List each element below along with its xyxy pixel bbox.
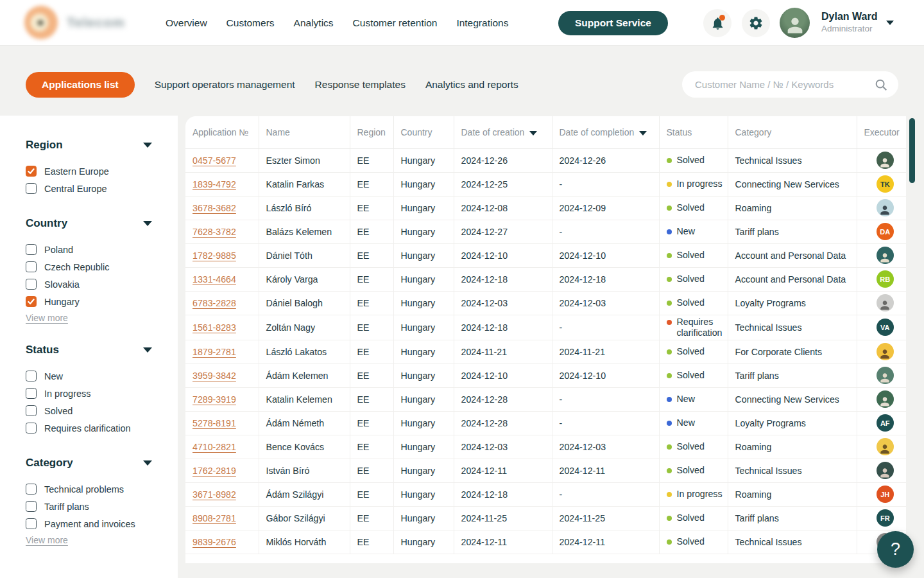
application-link[interactable]: 1879-2781 <box>193 347 236 357</box>
chevron-down-icon[interactable] <box>886 21 894 25</box>
cell-date-of-completion-text: 2024-12-09 <box>560 203 606 213</box>
table-row: 1762-2819István BíróEEHungary2024-12-112… <box>185 459 906 482</box>
category-label: Tariff plans <box>735 227 779 237</box>
filter-option-payment-and-invoices[interactable]: Payment and invoices <box>26 515 152 532</box>
executor-avatar: FR <box>877 509 894 527</box>
checkbox[interactable] <box>26 166 37 177</box>
filter-option-eastern-europe[interactable]: Eastern Europe <box>26 162 152 180</box>
search-icon[interactable] <box>874 78 888 92</box>
cell-region-text: EE <box>357 274 370 285</box>
help-button[interactable]: ? <box>877 531 914 568</box>
chevron-down-icon[interactable] <box>143 460 152 466</box>
executor-initials: AF <box>880 419 890 427</box>
table-scrollbar-thumb[interactable] <box>909 118 915 183</box>
filter-option-new[interactable]: New <box>26 367 152 385</box>
status-dot <box>667 158 672 163</box>
application-link[interactable]: 1331-4664 <box>193 274 236 285</box>
tab-analytics-and-reports[interactable]: Analytics and reports <box>425 79 518 91</box>
application-link[interactable]: 0457-5677 <box>193 155 236 166</box>
checkbox[interactable] <box>26 371 37 381</box>
filter-option-poland[interactable]: Poland <box>26 241 152 258</box>
table-row: 7628-3782Balázs KelemenEEHungary2024-12-… <box>185 220 906 243</box>
cell-name: László Bíró <box>259 196 350 220</box>
cell-date-of-completion: - <box>552 220 659 243</box>
search-input[interactable] <box>695 79 874 90</box>
filter-option-central-europe[interactable]: Central Europe <box>26 180 152 197</box>
application-link[interactable]: 7628-3782 <box>193 227 236 237</box>
filter-option-czech-republic[interactable]: Czech Republic <box>26 258 152 276</box>
category-label: Account and Personal Data <box>735 274 846 285</box>
checkbox[interactable] <box>26 388 37 399</box>
application-link[interactable]: 3671-8982 <box>193 489 236 500</box>
nav-item-customers[interactable]: Customers <box>227 17 275 29</box>
view-more-link[interactable]: View more <box>26 535 68 545</box>
app-logo[interactable]: Telecom <box>24 6 125 39</box>
cell-date-of-creation-text: 2024-12-25 <box>461 179 508 189</box>
notifications-button[interactable] <box>703 9 732 37</box>
checkbox[interactable] <box>26 501 37 512</box>
cell-date-of-creation-text: 2024-12-11 <box>461 537 508 547</box>
filter-option-technical-problems[interactable]: Technical problems <box>26 480 152 498</box>
filter-option-label: Eastern Europe <box>44 166 109 177</box>
nav-item-overview[interactable]: Overview <box>166 17 207 29</box>
application-link[interactable]: 3959-3842 <box>193 371 236 381</box>
filter-option-solved[interactable]: Solved <box>26 402 152 419</box>
table-row: 3671-8982Ádám SzilágyiEEHungary2024-12-1… <box>185 482 906 506</box>
filter-group-region: RegionEastern EuropeCentral Europe <box>26 139 152 197</box>
application-link[interactable]: 5278-8191 <box>193 418 236 428</box>
cell-category: Roaming <box>728 482 857 506</box>
checkbox[interactable] <box>26 484 37 495</box>
nav-item-customer-retention[interactable]: Customer retention <box>353 17 438 29</box>
filter-option-hungary[interactable]: Hungary <box>26 293 152 310</box>
application-link[interactable]: 1839-4792 <box>193 179 236 189</box>
support-service-button[interactable]: Support Service <box>558 11 668 35</box>
user-avatar[interactable] <box>780 8 810 38</box>
view-more-link[interactable]: View more <box>26 313 68 323</box>
table-row: 9839-2676Miklós HorváthEEHungary2024-12-… <box>185 530 906 554</box>
checkbox[interactable] <box>26 244 37 255</box>
chevron-down-icon[interactable] <box>143 347 152 353</box>
chevron-down-icon[interactable] <box>143 143 152 148</box>
checkbox[interactable] <box>26 183 37 194</box>
tab-applications-list[interactable]: Applications list <box>26 72 135 98</box>
settings-button[interactable] <box>742 9 770 37</box>
sort-descending-icon[interactable] <box>529 131 537 136</box>
application-link[interactable]: 6783-2828 <box>193 298 236 308</box>
filter-option-tariff-plans[interactable]: Tariff plans <box>26 498 152 515</box>
cell-category: Account and Personal Data <box>728 267 857 291</box>
person-icon <box>878 395 891 408</box>
tab-response-templates[interactable]: Response templates <box>315 79 406 91</box>
application-link[interactable]: 9839-2676 <box>193 537 236 547</box>
checkbox[interactable] <box>26 261 37 272</box>
checkbox[interactable] <box>26 405 37 416</box>
cell-name-text: Dániel Tóth <box>266 250 312 261</box>
user-menu[interactable]: Dylan Ward Administrator <box>821 11 877 33</box>
checkbox[interactable] <box>26 279 37 290</box>
tab-support-operators-management[interactable]: Support operators management <box>155 79 295 91</box>
application-link[interactable]: 3678-3682 <box>193 203 236 213</box>
filter-option-in-progress[interactable]: In progress <box>26 385 152 402</box>
application-link[interactable]: 8908-2781 <box>193 513 236 523</box>
category-label: Roaming <box>735 442 772 452</box>
application-link[interactable]: 7289-3919 <box>193 394 236 405</box>
application-link[interactable]: 4710-2821 <box>193 442 236 452</box>
application-link[interactable]: 1782-9885 <box>193 250 236 261</box>
sort-descending-icon[interactable] <box>639 131 647 136</box>
checkbox[interactable] <box>26 296 37 307</box>
column-header-date-of-creation[interactable]: Date of creation <box>454 116 552 148</box>
filter-option-requires-clarification[interactable]: Requires clarification <box>26 419 152 437</box>
filter-option-slovakia[interactable]: Slovakia <box>26 276 152 293</box>
nav-item-analytics[interactable]: Analytics <box>294 17 334 29</box>
cell-country: Hungary <box>393 172 454 196</box>
nav-item-integrations[interactable]: Integrations <box>456 17 508 29</box>
application-link[interactable]: 1561-8283 <box>193 322 236 333</box>
cell-date-of-creation: 2024-12-18 <box>454 315 552 340</box>
cell-executor <box>857 459 906 482</box>
checkbox[interactable] <box>26 518 37 529</box>
column-header-date-of-completion[interactable]: Date of completion <box>552 116 659 148</box>
cell-name: Ádám Szilágyi <box>259 482 350 506</box>
checkbox[interactable] <box>26 423 37 434</box>
chevron-down-icon[interactable] <box>143 221 152 226</box>
application-link[interactable]: 1762-2819 <box>193 466 236 476</box>
category-label: Technical Issues <box>735 466 802 476</box>
